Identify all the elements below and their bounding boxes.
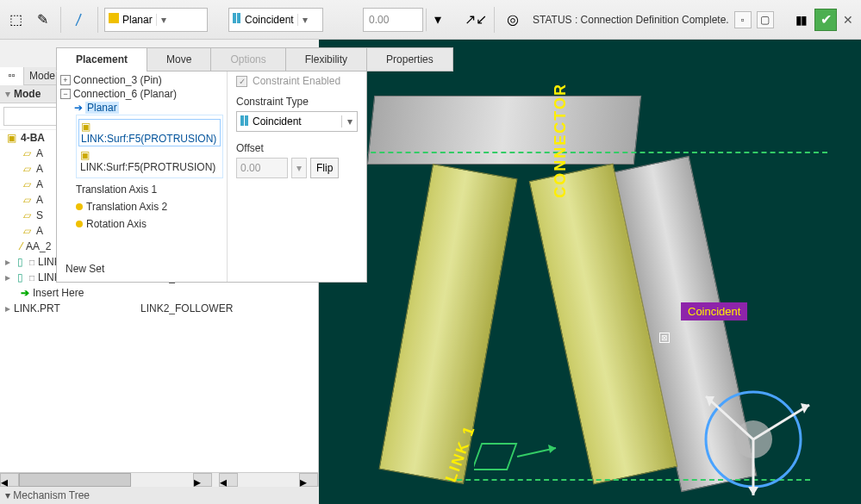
svg-marker-10 (548, 445, 556, 453)
scroll-right-icon-2[interactable]: ▸ (299, 473, 318, 487)
checkbox-icon: ✓ (236, 76, 247, 87)
conn3-row[interactable]: + Connection_3 (Pin) (60, 73, 223, 87)
mechanism-tree-header[interactable]: ▾ Mechanism Tree (0, 486, 319, 504)
collapse-icon: ▾ (5, 489, 10, 501)
scroll-left-icon[interactable]: ◂ (0, 473, 19, 487)
trans1-row[interactable]: Translation Axis 1 (76, 184, 223, 196)
conn6-label: Connection_6 (Planar) (73, 88, 177, 100)
constraint-type-select[interactable]: Coincident ▾ (236, 111, 358, 132)
model-header-label: Mode (14, 88, 41, 100)
translation-gizmo[interactable] (474, 418, 560, 487)
status-text: STATUS : Connection Definition Complete. (533, 14, 729, 26)
planar-row[interactable]: ➔ Planar (74, 101, 223, 115)
expand-icon[interactable]: + (60, 75, 71, 85)
datum-label: A (36, 194, 43, 206)
datum-label: A (36, 147, 43, 159)
tab-move[interactable]: Move (147, 47, 211, 72)
target-icon[interactable]: ◎ (501, 8, 525, 32)
tree-hscroll[interactable]: ◂ ▸ ◂ ▸ (0, 472, 318, 487)
planar-label: Planar (85, 102, 119, 114)
constraint-enabled-label: Constraint Enabled (253, 75, 340, 87)
offset-input[interactable] (363, 8, 423, 32)
datum-icon: ▱ (21, 178, 33, 190)
datum-icon: ▱ (21, 163, 33, 175)
tool-sketch-icon[interactable]: ✎ (30, 8, 54, 32)
constraint-set-dropdown[interactable]: Planar ▾ (104, 8, 208, 32)
root-label: 4-BA (21, 132, 45, 144)
svg-marker-7 (748, 487, 758, 495)
offset-dd-icon[interactable]: ▾ (426, 8, 450, 32)
surf-icon: ▣ (80, 149, 90, 161)
chevron-down-icon: ▾ (156, 14, 168, 26)
offset-value-input (236, 158, 288, 178)
constraint-enabled-checkbox: ✓ Constraint Enabled (236, 75, 358, 87)
scroll-left-icon-2[interactable]: ◂ (219, 473, 238, 487)
tab-placement[interactable]: Placement (56, 47, 147, 72)
tree-item-link2[interactable]: ▸ LINK.PRT LINK2_FOLLOWER (0, 301, 318, 316)
offset-heading: Offset (236, 142, 358, 154)
conn6-row[interactable]: − Connection_6 (Planar) (60, 87, 223, 101)
tab-properties[interactable]: Properties (366, 47, 453, 72)
asm-icon: ▣ (5, 132, 17, 144)
mechanism-tree-label: Mechanism Tree (13, 489, 90, 501)
scroll-thumb[interactable] (19, 473, 131, 487)
cancel-button[interactable]: ✕ (839, 10, 858, 29)
rot-label: Rotation Axis (86, 218, 147, 230)
insert-arrow-icon: ➔ (21, 287, 29, 299)
surf-ref-1[interactable]: ▣ LINK:Surf:F5(PROTRUSION) (78, 119, 221, 146)
placement-tabstrip: PlacementMoveOptionsFlexibilityPropertie… (56, 47, 452, 72)
tab-flexibility[interactable]: Flexibility (285, 47, 367, 72)
rot-row[interactable]: Rotation Axis (76, 218, 223, 230)
dot-icon (76, 203, 83, 210)
coincident-icon (233, 13, 241, 26)
collapse-icon[interactable]: − (60, 89, 71, 99)
conn3-label: Connection_3 (Pin) (73, 74, 162, 86)
chevron-down-icon: ▾ (297, 14, 309, 26)
3d-viewport[interactable]: CONNECTOR LINK 1 Coincident ⊠ (319, 40, 861, 504)
tree-tools-icon[interactable]: ▫▫ (0, 67, 24, 85)
scroll-right-icon[interactable]: ▸ (193, 473, 212, 487)
surf2-label: LINK:Surf:F5(PROTRUSION) (80, 161, 215, 173)
planar-icon (109, 13, 119, 26)
tool-graph-icon[interactable]: 〳 (67, 8, 91, 32)
new-set-button[interactable]: New Set (66, 263, 104, 275)
datum-icon: ▱ (21, 225, 33, 237)
datum-label: A (36, 225, 43, 237)
reference-list: ▣ LINK:Surf:F5(PROTRUSION) ▣ LINK:Surf:F… (76, 115, 223, 178)
trans1-label: Translation Axis 1 (76, 184, 157, 196)
flip-orientation-icon[interactable]: ↗↙ (464, 8, 488, 32)
svg-rect-8 (474, 444, 516, 470)
datum-label: A (36, 178, 43, 190)
datum-label: A (36, 163, 43, 175)
coincident-tag: Coincident (681, 302, 747, 320)
arrow-right-icon: ➔ (74, 102, 83, 114)
tool-record-icon[interactable]: ⬚ (3, 8, 28, 32)
datum-icon: ▱ (21, 194, 33, 206)
main-toolbar: ⬚ ✎ 〳 Planar ▾ Coincident ▾ ▾ ↗↙ ◎ STATU… (0, 0, 861, 40)
flip-button[interactable]: Flip (310, 158, 339, 178)
svg-line-4 (706, 396, 753, 439)
trans2-row[interactable]: Translation Axis 2 (76, 201, 223, 213)
viewport-connector-label: CONNECTOR (552, 83, 570, 198)
rotation-gizmo[interactable] (680, 370, 827, 500)
link2-follower-label: LINK2_FOLLOWER (140, 302, 313, 314)
trans2-label: Translation Axis 2 (86, 201, 167, 213)
status-bar: STATUS : Connection Definition Complete.… (527, 11, 786, 28)
constraint-type-dropdown[interactable]: Coincident ▾ (228, 8, 323, 32)
status-window-icon[interactable]: ▫ (734, 11, 752, 28)
pause-button[interactable]: ▮▮ (789, 8, 813, 32)
constraint-type-heading: Constraint Type (236, 96, 358, 108)
surf-icon: ▣ (81, 121, 90, 133)
model-label-trunc: Mode (29, 70, 55, 82)
coincident-icon (240, 115, 249, 128)
tree-item-insert[interactable]: ➔ Insert Here (0, 285, 318, 301)
datum-label: S (36, 209, 43, 221)
surf-ref-2[interactable]: ▣ LINK:Surf:F5(PROTRUSION) (78, 148, 221, 174)
constraint-set-label: Planar (122, 14, 153, 26)
linkprt-label-3: LINK.PRT (14, 302, 60, 314)
lock-marker-icon: ⊠ (659, 333, 670, 343)
dot-icon (76, 221, 83, 227)
status-panel-icon[interactable]: ▢ (757, 11, 774, 28)
collapse-icon: ▾ (5, 88, 10, 100)
ok-button[interactable]: ✔ (814, 9, 837, 31)
